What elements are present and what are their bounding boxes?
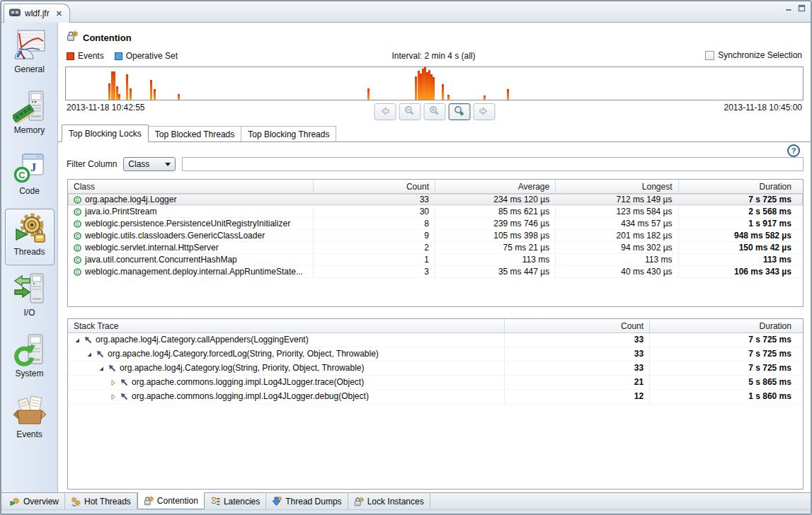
- svg-text:C: C: [76, 197, 79, 202]
- expand-toggle-icon[interactable]: [110, 379, 117, 386]
- collapse-toggle-icon[interactable]: [74, 337, 81, 344]
- bottom-tab-bar: OverviewHot ThreadsContentionLatenciesTh…: [1, 492, 811, 509]
- class-icon: C: [74, 255, 81, 265]
- column-header-count[interactable]: Count: [314, 180, 435, 193]
- sidebar-item-i-o[interactable]: I/O: [5, 270, 55, 326]
- sidebar-item-label: Threads: [13, 247, 45, 257]
- class-cell: Cweblogic.management.deploy.internal.App…: [68, 266, 314, 277]
- tab-hot-threads[interactable]: Hot Threads: [65, 493, 137, 509]
- timeline-end-time: 2013-11-18 10:45:00: [724, 103, 802, 112]
- contention-page: Contention Events Operative Set Interval…: [58, 23, 811, 492]
- duration-cell: 2 s 568 ms: [679, 206, 803, 217]
- pan-left-button[interactable]: [374, 103, 396, 120]
- average-cell: 105 ms 398 µs: [435, 230, 556, 241]
- zoom-in-button[interactable]: [448, 103, 470, 120]
- event-bar: [484, 96, 486, 100]
- sidebar-item-events[interactable]: Events: [5, 391, 55, 448]
- column-header-stack-trace[interactable]: Stack Trace: [68, 319, 505, 332]
- blocking-locks-table: ClassCountAverageLongestDurationCorg.apa…: [67, 179, 804, 307]
- frame-cell: org.apache.log4j.Category.callAppenders(…: [68, 333, 505, 347]
- threads-icon: [13, 212, 47, 245]
- duration-cell: 1 s 860 ms: [650, 390, 803, 403]
- tab-top-blocked-threads[interactable]: Top Blocked Threads: [149, 126, 242, 141]
- tab-contention[interactable]: Contention: [137, 492, 205, 509]
- longest-cell: 123 ms 584 µs: [556, 206, 678, 217]
- count-cell: 8: [314, 218, 435, 229]
- system-icon: [13, 333, 47, 367]
- stack-trace-row[interactable]: org.apache.log4j.Category.forcedLog(Stri…: [68, 347, 803, 361]
- column-header-duration[interactable]: Duration: [679, 180, 803, 193]
- column-header-average[interactable]: Average: [435, 180, 556, 193]
- pan-right-button[interactable]: [473, 103, 495, 120]
- frame-name: org.apache.log4j.Category.forcedLog(Stri…: [108, 347, 379, 361]
- table-row[interactable]: Cweblogic.persistence.PersistenceUnitReg…: [68, 218, 803, 230]
- count-cell: 33: [505, 347, 651, 361]
- svg-text:C: C: [76, 209, 79, 214]
- tab-overview[interactable]: Overview: [4, 493, 65, 509]
- column-header-class[interactable]: Class: [68, 180, 314, 193]
- sidebar-item-threads[interactable]: Threads: [5, 209, 55, 265]
- tab-thread-dumps[interactable]: Thread Dumps: [266, 493, 348, 509]
- events-timeline-chart[interactable]: [65, 66, 804, 100]
- sidebar-item-code[interactable]: JCCode: [5, 148, 55, 204]
- tab-label: Overview: [23, 497, 59, 507]
- class-icon: C: [74, 243, 81, 253]
- longest-cell: 40 ms 430 µs: [556, 266, 678, 277]
- duration-cell: 113 ms: [679, 254, 803, 265]
- zoom-selection-button[interactable]: [423, 103, 445, 120]
- column-header-longest[interactable]: Longest: [556, 180, 678, 193]
- maximize-icon[interactable]: [798, 4, 806, 12]
- timeline-nav-buttons: [374, 103, 495, 120]
- stack-trace-row[interactable]: org.apache.commons.logging.impl.Log4JLog…: [68, 376, 803, 390]
- collapse-toggle-icon[interactable]: [86, 351, 93, 358]
- count-cell: 33: [505, 361, 651, 375]
- event-bar: [118, 94, 120, 100]
- longest-cell: 94 ms 302 µs: [556, 242, 678, 253]
- duration-cell: 1 s 917 ms: [679, 218, 803, 229]
- class-cell: Cjava.util.concurrent.ConcurrentHashMap: [68, 254, 314, 265]
- event-bar: [442, 84, 444, 100]
- tab-top-blocking-locks[interactable]: Top Blocking Locks: [62, 125, 149, 142]
- filter-column-select[interactable]: Class: [123, 157, 176, 171]
- close-icon[interactable]: ✕: [56, 10, 62, 18]
- minimize-icon[interactable]: [785, 4, 793, 12]
- table-row[interactable]: Cjava.io.PrintStream3085 ms 621 µs123 ms…: [68, 206, 803, 218]
- event-bar: [433, 77, 435, 100]
- editor-tab-wldf-jfr[interactable]: wldf.jfr ✕: [4, 4, 70, 23]
- frame-name: org.apache.log4j.Category.callAppenders(…: [96, 333, 309, 347]
- svg-text:C: C: [76, 258, 79, 262]
- sidebar-item-general[interactable]: General: [5, 26, 55, 83]
- column-header-duration[interactable]: Duration: [650, 319, 803, 332]
- stack-trace-row[interactable]: org.apache.commons.logging.impl.Log4JLog…: [68, 390, 803, 404]
- class-cell: Cweblogic.persistence.PersistenceUnitReg…: [68, 218, 314, 229]
- table-row[interactable]: Cjava.util.concurrent.ConcurrentHashMap1…: [68, 254, 803, 266]
- sidebar-item-system[interactable]: System: [5, 330, 55, 387]
- table-row[interactable]: Cweblogic.management.deploy.internal.App…: [68, 266, 803, 278]
- duration-cell: 7 s 725 ms: [650, 361, 803, 375]
- average-cell: 75 ms 21 µs: [435, 242, 556, 253]
- pan-right-icon: [479, 105, 490, 119]
- table-row[interactable]: Corg.apache.log4j.Logger33234 ms 120 µs7…: [68, 194, 803, 206]
- class-name: weblogic.management.deploy.internal.AppR…: [85, 266, 303, 277]
- sidebar-item-memory[interactable]: Memory: [5, 87, 55, 144]
- count-cell: 1: [314, 254, 435, 265]
- table-row[interactable]: Cweblogic.utils.classloaders.GenericClas…: [68, 230, 803, 242]
- svg-text:C: C: [76, 270, 79, 274]
- stack-trace-row[interactable]: org.apache.log4j.Category.log(String, Pr…: [68, 361, 803, 376]
- tab-top-blocking-threads[interactable]: Top Blocking Threads: [241, 126, 336, 141]
- column-header-count[interactable]: Count: [505, 319, 651, 332]
- stack-trace-row[interactable]: org.apache.log4j.Category.callAppenders(…: [68, 333, 803, 347]
- help-icon[interactable]: ?: [787, 144, 800, 157]
- tab-latencies[interactable]: Latencies: [205, 493, 266, 509]
- code-icon: JC: [13, 151, 47, 185]
- filter-input[interactable]: [182, 157, 804, 171]
- collapse-toggle-icon[interactable]: [98, 365, 105, 372]
- frame-cell: org.apache.commons.logging.impl.Log4JLog…: [68, 376, 505, 389]
- duration-cell: 7 s 725 ms: [650, 347, 803, 361]
- event-bar: [113, 71, 115, 100]
- table-row[interactable]: Cweblogic.servlet.internal.HttpServer275…: [68, 242, 803, 254]
- zoom-out-button[interactable]: [399, 103, 421, 120]
- synchronize-selection-checkbox[interactable]: Synchronize Selection: [705, 50, 802, 60]
- tab-lock-instances[interactable]: Lock Instances: [348, 493, 430, 509]
- expand-toggle-icon[interactable]: [110, 393, 117, 400]
